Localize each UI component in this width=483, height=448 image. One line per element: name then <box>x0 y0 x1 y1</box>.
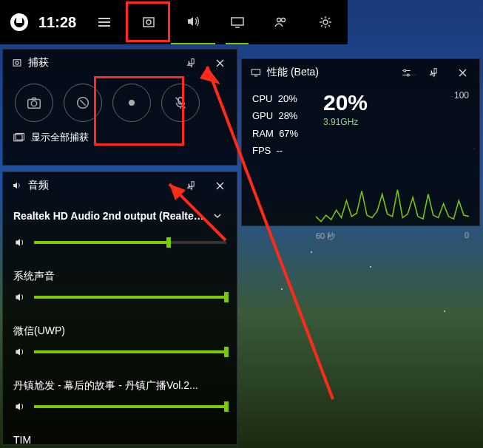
audio-device-dropdown[interactable] <box>209 211 226 221</box>
svg-point-1 <box>146 20 151 24</box>
close-icon <box>457 67 468 78</box>
settings-button[interactable] <box>303 0 348 44</box>
capture-title: 捕获 <box>28 56 175 69</box>
list-icon <box>97 15 112 30</box>
people-icon <box>274 15 288 30</box>
cpu-label: CPU <box>252 93 272 104</box>
close-button[interactable] <box>451 61 473 84</box>
svg-point-5 <box>323 20 328 24</box>
audio-button[interactable] <box>171 0 215 44</box>
app-volume-slider[interactable] <box>34 350 226 353</box>
speaker-icon <box>13 401 27 413</box>
performance-header: 性能 (Beta) <box>242 59 479 86</box>
start-recording-button[interactable] <box>112 84 151 122</box>
pin-button[interactable] <box>180 52 203 74</box>
close-button[interactable] <box>209 52 231 74</box>
slider-thumb[interactable] <box>224 401 229 412</box>
gallery-icon <box>13 132 25 143</box>
record-last-icon <box>75 95 91 111</box>
close-icon <box>215 180 226 191</box>
app-volume-slider[interactable] <box>34 296 226 299</box>
speaker-icon <box>13 237 27 248</box>
pin-icon <box>186 180 197 191</box>
svg-point-7 <box>16 61 18 64</box>
speaker-icon <box>12 180 22 191</box>
speaker-icon <box>13 346 27 358</box>
camera-icon <box>26 95 42 111</box>
game-bar-topbar: 11:28 <box>0 0 348 44</box>
audio-title: 音频 <box>28 179 175 192</box>
xbox-logo-icon[interactable] <box>10 13 28 31</box>
audio-app-name: 系统声音 <box>13 270 226 283</box>
perf-big-value: 20% <box>323 90 442 115</box>
performance-button[interactable] <box>215 0 260 44</box>
device-volume-row <box>13 233 226 252</box>
pin-button[interactable] <box>180 174 203 197</box>
audio-panel: 音频 Realtek HD Audio 2nd output (Realtek … <box>2 172 237 445</box>
xbox-social-button[interactable] <box>259 0 303 44</box>
screenshot-button[interactable] <box>15 84 53 122</box>
audio-app-row: 系统声音 <box>13 257 226 307</box>
sliders-icon <box>401 67 412 78</box>
audio-app-row: TIM <box>13 421 226 448</box>
pin-button[interactable] <box>423 61 445 84</box>
speaker-icon <box>13 291 27 303</box>
capture-button[interactable] <box>126 0 171 44</box>
slider-thumb[interactable] <box>224 292 229 302</box>
perf-options-button[interactable] <box>395 61 417 84</box>
gpu-value: 28% <box>278 110 297 121</box>
svg-point-11 <box>129 100 134 105</box>
performance-panel: 性能 (Beta) CPU 20% GPU 28% RAM 67% FPS --… <box>241 58 480 226</box>
show-all-captures-label: 显示全部捕获 <box>31 131 89 144</box>
app-volume-slider[interactable] <box>34 405 226 408</box>
pin-icon <box>429 67 440 78</box>
ram-value: 67% <box>279 128 298 139</box>
slider-thumb[interactable] <box>224 347 229 357</box>
slider-thumb[interactable] <box>166 237 171 248</box>
perf-frequency: 3.91GHz <box>323 117 442 127</box>
svg-point-16 <box>403 69 405 72</box>
chevron-down-icon <box>212 211 223 221</box>
capture-panel: 捕获 显示全部捕获 <box>2 49 237 166</box>
audio-app-row: 丹镇尬发 - 幕后的故事 - 丹镇广播Vol.2... <box>13 366 226 416</box>
record-icon <box>124 95 140 111</box>
svg-rect-15 <box>251 69 260 75</box>
clock: 11:28 <box>38 14 76 31</box>
svg-rect-0 <box>143 18 154 27</box>
app-volume-row <box>13 342 226 362</box>
audio-app-name: 丹镇尬发 - 幕后的故事 - 丹镇广播Vol.2... <box>13 379 226 393</box>
close-button[interactable] <box>209 174 231 197</box>
cpu-value: 20% <box>278 93 297 104</box>
perf-chart <box>316 166 469 229</box>
slider-fill <box>34 241 169 244</box>
slider-fill <box>34 405 226 408</box>
widgets-menu-button[interactable] <box>82 0 126 44</box>
speaker-icon <box>186 14 200 29</box>
svg-point-4 <box>282 18 286 22</box>
slider-fill <box>34 296 226 299</box>
pin-icon <box>186 58 197 69</box>
monitor-icon <box>251 67 261 78</box>
fps-value: -- <box>277 145 283 156</box>
svg-rect-6 <box>13 60 21 66</box>
device-volume-slider[interactable] <box>34 241 226 244</box>
performance-title: 性能 (Beta) <box>267 66 389 79</box>
app-volume-row <box>13 397 226 416</box>
mic-toggle-button[interactable] <box>161 84 200 122</box>
svg-point-17 <box>407 74 409 76</box>
capture-icon <box>141 15 156 30</box>
audio-app-row: 微信(UWP) <box>13 311 226 362</box>
mic-off-icon <box>172 95 189 111</box>
audio-device-name: Realtek HD Audio 2nd output (Realtek Hi.… <box>13 210 209 222</box>
capture-header: 捕获 <box>3 50 237 76</box>
monitor-icon <box>230 15 245 30</box>
perf-x-label: 60 秒 <box>316 231 335 242</box>
record-last-button[interactable] <box>64 84 102 122</box>
close-icon <box>215 58 226 69</box>
show-all-captures[interactable]: 显示全部捕获 <box>3 126 237 149</box>
gpu-label: GPU <box>252 110 273 121</box>
audio-app-name: 微信(UWP) <box>13 325 226 338</box>
slider-fill <box>34 350 226 353</box>
svg-point-3 <box>277 18 281 22</box>
perf-y-min: 0 <box>465 231 469 242</box>
